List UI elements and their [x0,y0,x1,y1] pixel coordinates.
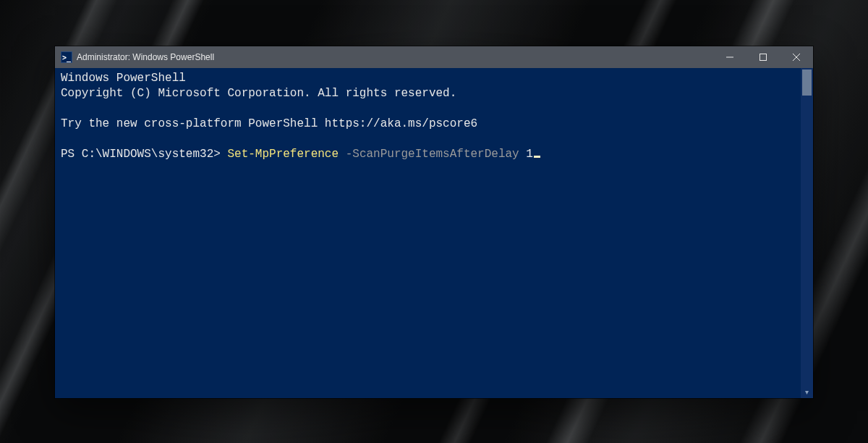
maximize-icon [760,54,767,61]
console-text [339,148,346,161]
console-line: Try the new cross-platform PowerShell ht… [61,117,477,130]
console-line: Windows PowerShell [61,72,186,85]
window-title: Administrator: Windows PowerShell [77,52,214,62]
console-parameter: -ScanPurgeItemsAfterDelay [346,148,519,161]
console-text [519,148,527,161]
console-output[interactable]: Windows PowerShell Copyright (C) Microso… [61,71,800,394]
text-cursor [534,156,540,158]
maximize-button[interactable] [746,46,780,68]
minimize-icon [726,54,733,61]
console-value: 1 [526,148,533,161]
scrollbar-arrow-down-icon[interactable]: ▾ [801,386,813,398]
powershell-icon: >_ [61,51,72,63]
powershell-window: >_ Administrator: Windows PowerShell Win… [55,46,813,398]
scrollbar-thumb[interactable] [802,69,812,96]
console-prompt: PS C:\WINDOWS\system32> [61,148,227,161]
vertical-scrollbar[interactable]: ▾ [801,68,813,398]
close-button[interactable] [780,46,813,68]
close-icon [793,54,800,61]
svg-rect-1 [760,54,767,61]
console-line: Copyright (C) Microsoft Corporation. All… [61,87,456,100]
console-client-area[interactable]: Windows PowerShell Copyright (C) Microso… [55,68,813,398]
minimize-button[interactable] [713,46,746,68]
titlebar[interactable]: >_ Administrator: Windows PowerShell [55,46,813,68]
console-cmdlet: Set-MpPreference [227,148,339,161]
